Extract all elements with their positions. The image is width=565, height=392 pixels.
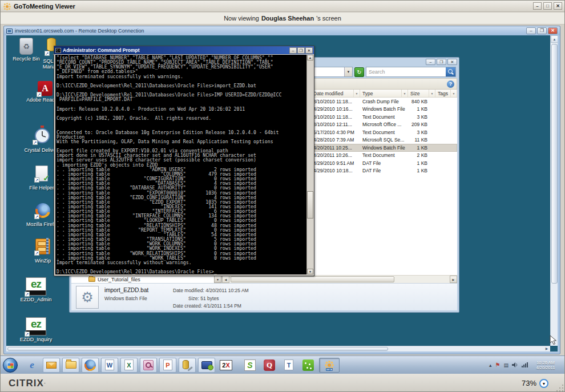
file-cell-size: 2 KB — [408, 152, 435, 158]
internet-explorer-icon: e — [30, 359, 34, 371]
rdp-vertical-scrollbar[interactable]: ▲ — [550, 35, 558, 346]
network-signal-icon[interactable] — [522, 362, 528, 367]
shortcut-arrow-icon: ↗ — [25, 292, 30, 297]
scrollbar-thumb[interactable] — [231, 276, 394, 282]
column-header-tags[interactable]: Tags▼ — [435, 90, 457, 97]
scroll-right-icon[interactable]: ▶ — [543, 346, 550, 351]
rdp-close-button[interactable]: ✕ — [548, 27, 558, 34]
cmd-titlebar[interactable]: C:\ Administrator: Command Prompt – ❐ ✕ — [54, 46, 314, 54]
taskbar-gotomeeting[interactable]: BETA — [319, 358, 340, 373]
access-key-icon — [143, 360, 154, 370]
zoom-dropdown-icon[interactable]: ▼ — [539, 379, 548, 388]
cmd-maximize-button[interactable]: ❐ — [297, 47, 305, 54]
taskbar-communicator[interactable]: S — [241, 358, 259, 373]
2x-icon: 2X — [220, 360, 232, 370]
presenter-name: Douglas Sheehan — [261, 15, 314, 22]
scroll-right-icon[interactable]: ▶ — [450, 276, 457, 283]
desktop-icon-ezdd-inquiry[interactable]: ez ↗ EZDD_Inquiry — [11, 317, 61, 342]
taskbar-internet-explorer[interactable]: e — [23, 358, 41, 373]
sql-tools-icon — [181, 359, 193, 371]
chevron-down-icon[interactable]: ▼ — [450, 90, 457, 97]
resize-grip[interactable] — [556, 385, 564, 392]
explorer-minimize-button[interactable]: – — [426, 59, 435, 65]
close-button[interactable]: ✕ — [554, 2, 562, 10]
taskbar-windows-explorer[interactable] — [62, 358, 79, 373]
rdp-restore-button[interactable]: ❐ — [537, 27, 547, 34]
taskbar-word[interactable]: W — [101, 358, 118, 373]
rdp-titlebar[interactable]: investcon01.orcsweb.com - Remote Desktop… — [4, 26, 560, 35]
gtm-titlebar: GoToMeeting Viewer – □ ✕ — [1, 1, 564, 12]
file-cell-date: 8/10/2010 11:18... — [311, 114, 360, 120]
help-icon[interactable]: ? — [447, 80, 454, 88]
column-header-size[interactable]: Size▼ — [408, 90, 435, 97]
folder-tree-item[interactable]: User_Tutorial_files — [71, 276, 214, 283]
taskbar-remote-desktop[interactable] — [198, 358, 215, 373]
maximize-button[interactable]: □ — [543, 2, 552, 10]
taskbar-excel[interactable]: X — [120, 358, 138, 373]
tree-scroll-down-icon[interactable]: ▼ — [214, 276, 221, 283]
desktop-icon-ezdd-admin[interactable]: ez ↗ EZDD_Admin — [11, 277, 61, 302]
taskbar-quicken[interactable]: Q — [261, 358, 278, 373]
search-icon[interactable] — [446, 67, 455, 76]
file-cell-size: 209 KB — [408, 122, 435, 127]
horizontal-scrollbar[interactable]: ◀ ▶ — [221, 276, 457, 283]
file-cell-size: 3 KB — [408, 130, 435, 135]
file-cell-date: 4/29/2010 10:18... — [311, 168, 360, 173]
rdp-horizontal-scrollbar[interactable]: ▶ — [6, 346, 550, 351]
scroll-up-icon[interactable]: ▲ — [551, 35, 558, 43]
batch-file-icon: ⚙ — [76, 286, 99, 309]
cmd-close-button[interactable]: ✕ — [305, 47, 313, 54]
address-dropdown-icon[interactable]: ▼ — [344, 67, 352, 76]
search-input[interactable]: Search — [366, 69, 446, 75]
minimize-button[interactable]: – — [533, 2, 542, 10]
taskbar-sql-configuration[interactable] — [179, 358, 196, 373]
file-cell-size: 840 KB — [408, 99, 435, 104]
quicken-icon: Q — [264, 359, 275, 371]
file-cell-type: Windows Batch File — [360, 106, 408, 112]
windows-flag-icon — [7, 363, 14, 369]
refresh-button[interactable]: ↻ — [354, 67, 364, 77]
remote-desktop: ♻ Recycle Bin ↗ SQL Se Manage A ↗ Adobe … — [6, 35, 558, 351]
file-cell-size: 1 KB — [408, 145, 435, 151]
taskbar-clock[interactable]: 10:26 AM 4/20/2011 — [531, 360, 560, 370]
scrollbar-thumb[interactable] — [7, 347, 388, 351]
scroll-down-icon[interactable]: ▼ — [307, 269, 313, 274]
cmd-output[interactable]: "(select "DATABASE_NUMBER","TABLE_NAME",… — [55, 55, 306, 274]
taskbar-powerpoint[interactable]: P — [159, 358, 176, 373]
file-cell-date: 8/10/2010 11:18... — [311, 99, 360, 104]
cmd-title: Administrator: Command Prompt — [63, 47, 140, 53]
rdp-minimize-button[interactable]: – — [526, 27, 536, 34]
device-icon[interactable]: ▤ — [503, 362, 508, 368]
chevron-down-icon[interactable]: ▼ — [353, 90, 360, 97]
file-cell-date: 8/10/2010 12:11... — [311, 122, 360, 127]
taskbar-access[interactable] — [140, 358, 157, 373]
taskbar-textpad[interactable]: T — [280, 358, 297, 373]
action-center-flag-icon[interactable]: ⚑ — [495, 362, 501, 368]
show-hidden-icons[interactable]: ▴ — [489, 362, 492, 368]
scroll-up-icon[interactable]: ▲ — [307, 55, 313, 60]
cmd-scrollbar[interactable]: ▲ ▼ — [306, 55, 313, 274]
volume-icon[interactable] — [512, 362, 518, 368]
folder-icon — [66, 361, 76, 369]
explorer-close-button[interactable]: ✕ — [447, 59, 457, 65]
scrollbar-thumb[interactable] — [307, 191, 313, 219]
taskbar-outlook[interactable] — [43, 358, 60, 373]
taskbar-2x-client[interactable]: 2X — [217, 358, 235, 373]
file-cell-date: 4/29/2010 10:16... — [311, 106, 360, 112]
column-header-date-modified[interactable]: Date modified▼ — [311, 90, 360, 97]
chevron-down-icon[interactable]: ▼ — [401, 90, 407, 97]
column-header-type[interactable]: Type▼ — [360, 90, 408, 97]
taskbar-vpn-client[interactable] — [300, 358, 317, 373]
zoom-control[interactable]: 73% ▼ — [522, 379, 548, 388]
start-button[interactable] — [3, 358, 18, 373]
shortcut-arrow-icon: ↗ — [37, 92, 42, 97]
cmd-minimize-button[interactable]: – — [289, 47, 297, 54]
file-cell-date: 4/29/2010 9:51 AM — [311, 160, 360, 166]
chevron-down-icon[interactable]: ▼ — [429, 90, 435, 97]
search-box[interactable]: Search — [366, 67, 456, 77]
scrollbar-thumb[interactable] — [551, 44, 558, 284]
zoom-percentage: 73% — [522, 379, 536, 387]
explorer-maximize-button[interactable]: ❐ — [437, 59, 446, 65]
scroll-left-icon[interactable]: ◀ — [222, 276, 229, 283]
taskbar-firefox[interactable] — [82, 358, 99, 373]
